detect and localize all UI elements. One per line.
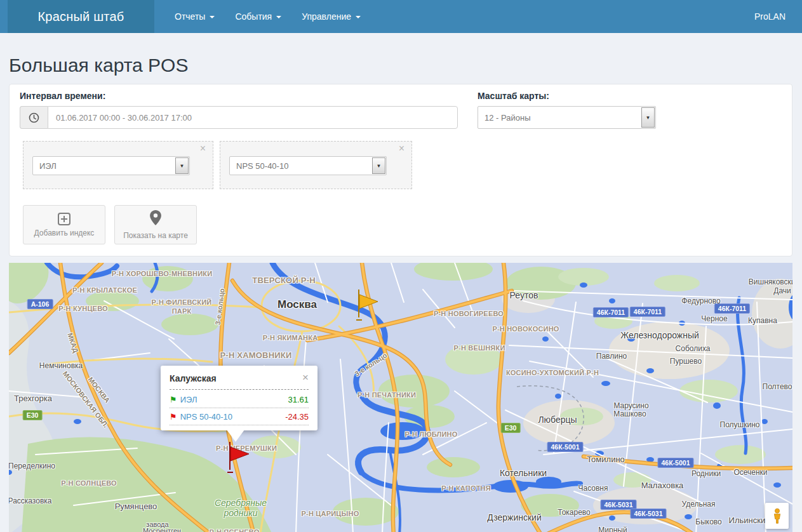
map-label: Р-Н НОВОКОСИНО: [492, 325, 559, 333]
map-label: Р-Н ФИЛЕВСКИЙ: [152, 298, 212, 306]
map-label: Р-Н ПЕЧАТНИКИ: [358, 391, 416, 399]
road-badge: 46К-7011: [714, 303, 750, 314]
road-badge: 46К-5001: [547, 442, 584, 452]
map-label: МКАД: [66, 332, 79, 354]
flag-marker-yellow[interactable]: [356, 289, 380, 325]
map-label: Машково: [613, 409, 646, 418]
clock-icon: [20, 106, 48, 129]
map-scale-value: 12 - Районы: [478, 113, 641, 123]
popup-metric-row: ⚑NPS 50-40-10-24.35: [170, 408, 309, 425]
map-label: ПАРК: [172, 307, 192, 315]
nav-menu-management[interactable]: Управление: [291, 0, 371, 33]
flag-icon: ⚑: [170, 396, 177, 404]
main-menu: Отчеты События Управление: [164, 0, 371, 33]
chevron-down-icon: ▼: [175, 157, 189, 174]
pos-map[interactable]: Р-Н ХОРОШЕВО-МНЕВНИКИР-Н КРЫЛАТСКОЕТВЕРС…: [9, 263, 792, 532]
road-badge: 46К-7011: [630, 307, 665, 317]
map-scale-select[interactable]: 12 - Районы ▼: [478, 106, 656, 129]
add-index-button-label: Добавить индекс: [34, 229, 95, 237]
flag-marker-red[interactable]: [227, 442, 251, 477]
index-box-iel: × ИЭЛ ▼: [23, 141, 213, 189]
map-label: Быково: [695, 517, 721, 526]
map-label: Р-Н СОЛНЦЕВО: [61, 479, 117, 487]
map-label: Москва: [277, 298, 317, 311]
interval-input[interactable]: [48, 106, 458, 129]
nav-menu-events[interactable]: События: [225, 0, 291, 33]
map-label: 3-е кольцо: [353, 351, 388, 378]
map-label: КОСИНО-УХТОМСКИЙ Р-Н: [506, 369, 599, 376]
map-label: Полтево: [763, 382, 792, 391]
pegman-control[interactable]: [765, 503, 789, 529]
map-label: Мирный: [598, 526, 627, 532]
map-overlays: Р-Н ХОРОШЕВО-МНЕВНИКИР-Н КРЫЛАТСКОЕТВЕРС…: [9, 263, 792, 532]
map-label: Соболиха: [676, 344, 711, 353]
road-badge: E30: [23, 410, 43, 420]
map-label: Р-Н ЦАРИЦЫНО: [302, 510, 359, 517]
popup-close-icon[interactable]: ×: [302, 373, 309, 382]
nav-menu-reports-label: Отчеты: [175, 11, 205, 22]
nav-menu-management-label: Управление: [302, 11, 351, 22]
road-badge: 46К-5031: [631, 509, 667, 519]
remove-index-icon[interactable]: ×: [200, 143, 206, 154]
map-label: Родники: [692, 469, 721, 478]
index-select-iel-value: ИЭЛ: [33, 161, 175, 171]
map-label: 3-е кольцо: [214, 288, 226, 325]
map-label: Токарево: [558, 508, 591, 517]
map-label: Р-Н ЯКИМАНКА: [263, 334, 318, 342]
index-select-nps[interactable]: NPS 50-40-10 ▼: [229, 156, 387, 175]
map-label: Полушкино: [720, 420, 760, 429]
map-label: Павлино: [596, 352, 627, 361]
map-label: ТВЕРСКОЙ Р-Н: [252, 276, 316, 285]
map-label: Купавна: [748, 316, 777, 325]
popup-metric-label[interactable]: NPS 50-40-10: [180, 412, 285, 422]
map-label: Серебряные: [215, 498, 267, 508]
index-select-iel[interactable]: ИЭЛ ▼: [32, 156, 190, 175]
map-label: Р-Н КУНЦЕВО: [58, 305, 108, 312]
road-badge: 46К-5001: [658, 458, 694, 468]
chevron-down-icon: ▼: [641, 107, 655, 128]
map-label: Дзержинский: [487, 512, 541, 522]
add-index-button[interactable]: Добавить индекс: [23, 205, 105, 244]
popup-metric-row: ⚑ИЭЛ31.61: [170, 391, 309, 408]
show-on-map-button[interactable]: Показать на карте: [114, 205, 197, 244]
popup-metric-value: -24.35: [285, 412, 309, 422]
chevron-down-icon: [210, 16, 215, 18]
interval-input-group: [20, 106, 458, 129]
filters-panel: Интервал времени: Масштаб карты: 12 - Ра…: [9, 84, 792, 256]
map-label: Р-Н ЛЮБЛИНО: [404, 430, 457, 438]
chevron-down-icon: [276, 16, 281, 18]
map-label: Железнодорожный: [620, 330, 699, 340]
map-label: Трехгорка: [14, 394, 52, 403]
map-label: Р-Н НОВОГИРЕЕВО: [434, 310, 504, 317]
map-label: Пуршево: [670, 357, 702, 366]
map-label: Реутов: [510, 290, 538, 300]
map-label: Люберцы: [538, 415, 577, 425]
map-label: Малаховка: [641, 481, 684, 490]
app-brand[interactable]: Красный штаб: [8, 0, 154, 33]
show-on-map-button-label: Показать на карте: [123, 231, 188, 240]
index-box-nps: × NPS 50-40-10 ▼: [220, 141, 412, 189]
map-label: Рассказовка: [9, 496, 51, 505]
popup-metric-value: 31.61: [288, 395, 309, 404]
nav-brand-right[interactable]: ProLAN: [754, 0, 785, 33]
map-label: Осеченки: [733, 468, 767, 477]
page-title: Большая карта POS: [9, 55, 792, 76]
map-label: родники: [224, 508, 257, 518]
popup-metric-label[interactable]: ИЭЛ: [180, 395, 288, 404]
nav-menu-reports[interactable]: Отчеты: [164, 0, 225, 33]
remove-index-icon[interactable]: ×: [399, 143, 404, 154]
map-label: Часовня: [578, 484, 608, 493]
map-label: Р-Н ХАМОВНИКИ: [220, 350, 292, 360]
popup-separator: [170, 389, 309, 390]
map-label: Дачи: [773, 286, 791, 295]
map-scale-label: Масштаб карты:: [478, 91, 549, 101]
map-label: Р-Н ЯСЕНЕВО: [210, 528, 260, 532]
map-label: Немчиновка: [39, 361, 83, 370]
map-pin-icon: [150, 210, 161, 228]
road-badge: А-106: [27, 299, 53, 309]
map-label: Черное: [701, 314, 727, 323]
map-label: Румянцево: [115, 502, 157, 511]
chevron-down-icon: [356, 16, 361, 18]
map-label: Мосрентген: [143, 527, 181, 532]
flag-icon: ⚑: [170, 413, 177, 421]
